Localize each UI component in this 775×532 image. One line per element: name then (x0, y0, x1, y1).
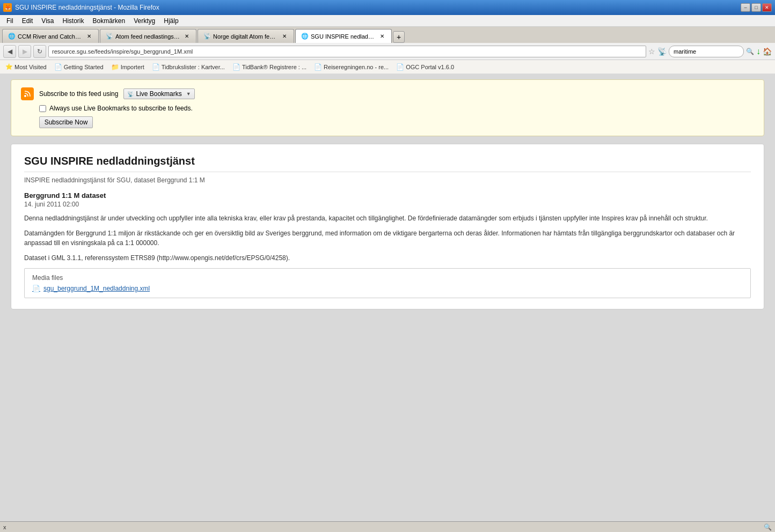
feed-entry-title: Berggrund 1:1 M dataset (24, 191, 751, 200)
bookmark-importert[interactable]: 📁 Importert (109, 62, 147, 72)
bookmark-most-visited[interactable]: ⭐ Most Visited (3, 62, 49, 71)
refresh-button[interactable]: ↻ (33, 45, 46, 58)
checkbox-row: Always use Live Bookmarks to subscribe t… (39, 105, 754, 112)
tab-2-icon: 📡 (106, 33, 113, 40)
tab-3-label: Norge digitalt Atom feed demo (213, 33, 279, 40)
minimize-button[interactable]: – (741, 3, 750, 12)
menu-fil[interactable]: Fil (2, 16, 18, 26)
always-use-checkbox[interactable] (39, 105, 46, 112)
feed-subtitle: INSPIRE nedladdningstjänst för SGU, data… (24, 176, 751, 184)
subscribe-label: Subscribe to this feed using (39, 90, 118, 98)
bookmark-most-visited-label: Most Visited (14, 64, 47, 70)
tidbank-icon: 📄 (232, 63, 240, 71)
bookmark-star-icon[interactable]: ☆ (648, 47, 655, 56)
status-text: x (3, 524, 759, 530)
rss-icon (21, 87, 34, 100)
tab-4[interactable]: 🌐 SGU INSPIRE nedladdningstjänst ✕ (295, 29, 392, 43)
subscribe-dropdown-label: Live Bookmarks (136, 90, 181, 98)
bookmark-ogc-portal-label: OGC Portal v1.6.0 (406, 64, 454, 70)
feed-paragraph-2: Datamängden för Berggrund 1:1 miljon är … (24, 228, 751, 248)
bookmark-tidbrukslister-label: Tidbrukslister : Kartver... (162, 64, 225, 70)
back-button[interactable]: ◀ (3, 45, 16, 58)
bookmark-ogc-portal[interactable]: 📄 OGC Portal v1.6.0 (394, 62, 456, 72)
ogc-portal-icon: 📄 (396, 63, 404, 71)
home-icon[interactable]: 🏠 (763, 47, 772, 56)
tab-4-label: SGU INSPIRE nedladdningstjänst (311, 33, 376, 40)
menu-verktyg[interactable]: Verktyg (129, 16, 159, 26)
menu-bokmarken[interactable]: Bokmärken (89, 16, 130, 26)
subscribe-now-button[interactable]: Subscribe Now (39, 116, 93, 128)
download-icon[interactable]: ↓ (756, 47, 761, 56)
close-button[interactable]: ✕ (762, 3, 772, 12)
bookmark-reiseregningen-label: Reiseregningen.no - re... (324, 64, 389, 70)
tab-4-close[interactable]: ✕ (378, 33, 386, 40)
menu-visa[interactable]: Visa (37, 16, 58, 26)
tab-1[interactable]: 🌐 CCM River and Catchment Database, ... … (2, 29, 99, 43)
svg-point-0 (24, 95, 26, 97)
window-title: SGU INSPIRE nedladdningstjänst - Mozilla… (15, 4, 159, 11)
address-bar: ◀ ▶ ↻ ☆ 📡 🔍 ↓ 🏠 (0, 43, 775, 60)
bookmarks-bar: ⭐ Most Visited 📄 Getting Started 📁 Impor… (0, 60, 775, 74)
menu-hjalp[interactable]: Hjälp (159, 16, 182, 26)
feed-entry-date: 14. juni 2011 02:00 (24, 201, 751, 208)
new-tab-button[interactable]: + (393, 31, 405, 43)
tab-4-icon: 🌐 (301, 33, 309, 40)
title-bar-left: 🦊 SGU INSPIRE nedladdningstjänst - Mozil… (3, 3, 159, 12)
reiseregningen-icon: 📄 (314, 63, 322, 71)
tab-1-icon: 🌐 (8, 33, 16, 40)
live-bookmarks-icon: 📡 (127, 91, 134, 97)
tab-3-close[interactable]: ✕ (281, 33, 288, 40)
address-input[interactable] (48, 46, 646, 57)
zoom-icon[interactable]: 🔍 (764, 523, 772, 531)
tab-1-label: CCM River and Catchment Database, ... (18, 33, 83, 40)
menu-edit[interactable]: Edit (18, 16, 38, 26)
forward-button[interactable]: ▶ (18, 45, 31, 58)
media-file-link[interactable]: 📄 sgu_berggrund_1M_nedladdning.xml (32, 285, 743, 292)
status-bar: x 🔍 (0, 521, 775, 532)
menu-historik[interactable]: Historik (59, 16, 89, 26)
search-input[interactable] (669, 46, 744, 57)
bookmark-getting-started-label: Getting Started (64, 64, 104, 70)
rss-feed-icon[interactable]: 📡 (657, 47, 667, 56)
most-visited-icon: ⭐ (5, 63, 13, 70)
media-files-box: Media files 📄 sgu_berggrund_1M_nedladdni… (24, 268, 751, 298)
bookmark-tidbrukslister[interactable]: 📄 Tidbrukslister : Kartver... (150, 62, 227, 72)
feed-box: SGU INSPIRE nedladdningstjänst INSPIRE n… (11, 144, 764, 309)
search-icon[interactable]: 🔍 (746, 48, 754, 55)
media-file-icon: 📄 (32, 285, 40, 292)
tab-2-label: Atom feed nedlastingstjenestedemo (115, 33, 181, 40)
bookmark-getting-started[interactable]: 📄 Getting Started (52, 62, 106, 72)
page-content: Subscribe to this feed using 📡 Live Book… (0, 74, 775, 521)
tab-1-close[interactable]: ✕ (85, 33, 93, 40)
tab-3-icon: 📡 (203, 33, 211, 40)
maximize-button[interactable]: □ (751, 3, 761, 12)
tidbrukslister-icon: 📄 (152, 63, 160, 71)
media-file-name[interactable]: sgu_berggrund_1M_nedladdning.xml (43, 285, 150, 292)
menu-bar: Fil Edit Visa Historik Bokmärken Verktyg… (0, 15, 775, 27)
title-bar: 🦊 SGU INSPIRE nedladdningstjänst - Mozil… (0, 0, 775, 15)
bookmark-reiseregningen[interactable]: 📄 Reiseregningen.no - re... (312, 62, 391, 72)
feed-paragraph-3: Dataset i GML 3.1.1, referenssystem ETRS… (24, 253, 751, 263)
getting-started-icon: 📄 (54, 63, 62, 71)
window-controls[interactable]: – □ ✕ (741, 3, 772, 12)
tab-2-close[interactable]: ✕ (183, 33, 191, 40)
feed-entry: Berggrund 1:1 M dataset 14. juni 2011 02… (24, 191, 751, 298)
firefox-icon: 🦊 (3, 3, 12, 12)
subscribe-box: Subscribe to this feed using 📡 Live Book… (11, 79, 764, 136)
feed-divider (24, 172, 751, 172)
subscribe-header: Subscribe to this feed using 📡 Live Book… (21, 87, 754, 100)
importert-icon: 📁 (111, 63, 119, 71)
dropdown-arrow-icon: ▼ (186, 91, 191, 97)
tab-3[interactable]: 📡 Norge digitalt Atom feed demo ✕ (198, 29, 294, 43)
feed-paragraph-1: Denna nedladdningstjänst är under utveck… (24, 213, 751, 223)
media-files-label: Media files (32, 274, 743, 282)
subscribe-dropdown[interactable]: 📡 Live Bookmarks ▼ (123, 88, 194, 99)
tab-2[interactable]: 📡 Atom feed nedlastingstjenestedemo ✕ (100, 29, 196, 43)
bookmark-tidbank[interactable]: 📄 TidBank® Registrere : ... (230, 62, 309, 72)
always-use-label: Always use Live Bookmarks to subscribe t… (49, 105, 193, 112)
tab-bar: 🌐 CCM River and Catchment Database, ... … (0, 27, 775, 43)
feed-title: SGU INSPIRE nedladdningstjänst (24, 155, 751, 167)
bookmark-importert-label: Importert (121, 64, 144, 70)
bookmark-tidbank-label: TidBank® Registrere : ... (242, 64, 306, 70)
